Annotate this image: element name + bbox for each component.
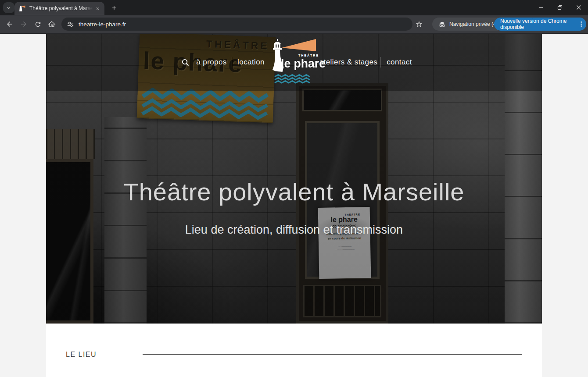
close-icon [96,6,100,11]
le-lieu-section: LE LIEU [46,324,542,377]
tab-title: Théâtre polyvalent à Marseille L [29,5,94,11]
back-button[interactable] [4,18,16,30]
forward-button[interactable] [18,18,30,30]
nav-item-contact[interactable]: contact [387,58,412,67]
site-logo[interactable]: THEÂTRE le phare [271,37,324,85]
incognito-icon [438,21,446,28]
tab-strip: Théâtre polyvalent à Marseille L [0,0,588,15]
webpage: THEÂTRE le phare THEÂTRE le [46,34,542,377]
logo-waves-icon [274,74,311,84]
hero-title: Théâtre polyvalent à Marseille [46,178,542,206]
kebab-menu-icon[interactable] [581,21,582,28]
section-divider-line [143,354,522,355]
chevron-down-icon [6,5,11,11]
incognito-session-chip[interactable]: Navigation privée (4) [432,18,504,31]
back-arrow-icon [6,20,14,28]
nav-divider [380,57,380,68]
incognito-label: Navigation privée (4) [449,21,498,27]
forward-arrow-icon [20,20,28,28]
close-window-button[interactable] [569,0,588,15]
plus-icon [111,5,117,11]
reload-button[interactable] [32,18,44,30]
tab-close-button[interactable] [94,5,101,12]
hero-section: THEÂTRE le phare THEÂTRE le [46,34,542,324]
nav-item-location[interactable]: location [237,58,265,67]
minimize-button[interactable] [531,0,550,15]
chrome-update-chip[interactable]: Nouvelle version de Chrome disponible [494,18,586,31]
window-controls [531,0,588,15]
new-tab-button[interactable] [109,3,119,13]
nav-item-a-propos[interactable]: à propos [196,58,226,67]
close-icon [576,5,581,10]
hero-subtitle: Lieu de création, diffusion et transmiss… [46,223,542,237]
site-header: à propos location ateliers & stages cont… [46,34,542,91]
nav-divider [232,57,232,68]
search-icon[interactable] [181,58,190,67]
le-lieu-heading: LE LIEU [66,351,97,359]
minimize-icon [538,5,543,10]
site-favicon-lighthouse-icon [18,5,26,12]
address-bar[interactable]: theatre-le-phare.fr [61,18,412,31]
home-button[interactable] [46,18,58,30]
update-label: Nouvelle version de Chrome disponible [500,18,577,30]
bookmark-button[interactable] [413,18,425,30]
browser-window: Théâtre polyvalent à Marseille L [0,0,588,377]
logo-le-phare-text: le phare [281,57,326,71]
restore-button[interactable] [550,0,569,15]
browser-tab[interactable]: Théâtre polyvalent à Marseille L [14,2,104,15]
home-icon [48,20,56,28]
url-text: theatre-le-phare.fr [79,21,126,28]
site-settings-tune-icon [67,21,74,28]
restore-icon [557,5,563,10]
nav-item-ateliers-stages[interactable]: ateliers & stages [319,58,377,67]
tab-search-button[interactable] [3,2,14,13]
browser-toolbar: theatre-le-phare.fr Navigation privée (4… [0,15,588,34]
star-icon [415,20,423,28]
reload-icon [34,21,42,28]
